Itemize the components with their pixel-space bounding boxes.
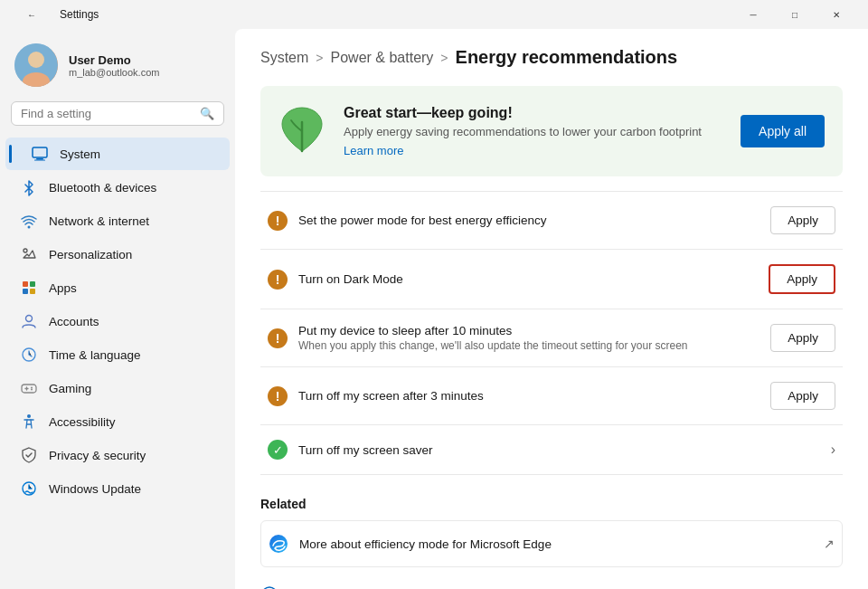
time-icon bbox=[20, 346, 38, 364]
related-item-edge[interactable]: More about efficiency mode for Microsoft… bbox=[260, 520, 843, 567]
search-input[interactable] bbox=[21, 107, 194, 120]
sidebar-item-accessibility[interactable]: Accessibility bbox=[5, 405, 230, 438]
maximize-button[interactable]: □ bbox=[774, 0, 816, 29]
sidebar-label-system: System bbox=[60, 147, 100, 161]
edge-icon bbox=[269, 534, 288, 554]
apply-button-screen[interactable]: Apply bbox=[770, 382, 835, 410]
sidebar-label-privacy: Privacy & security bbox=[49, 449, 146, 462]
sidebar-label-bluetooth: Bluetooth & devices bbox=[49, 181, 156, 195]
rec-title-dark: Turn on Dark Mode bbox=[298, 272, 758, 286]
chevron-right-icon: › bbox=[831, 442, 835, 458]
sidebar-item-gaming[interactable]: Gaming bbox=[5, 372, 230, 404]
rec-title-screen: Turn off my screen after 3 minutes bbox=[298, 389, 760, 403]
sidebar-item-update[interactable]: Windows Update bbox=[5, 472, 230, 505]
warning-icon-power: ! bbox=[268, 211, 288, 231]
user-profile[interactable]: User Demo m_lab@outlook.com bbox=[0, 29, 235, 98]
svg-rect-3 bbox=[33, 147, 47, 157]
personalization-icon bbox=[20, 245, 38, 263]
help-icon bbox=[260, 585, 278, 589]
rec-row-screensaver[interactable]: ✓ Turn off my screen saver › bbox=[260, 425, 843, 475]
hero-text: Great start—keep going! Apply energy sav… bbox=[344, 105, 726, 158]
svg-point-6 bbox=[28, 226, 31, 229]
sidebar-item-network[interactable]: Network & internet bbox=[5, 204, 230, 237]
breadcrumb-power[interactable]: Power & battery bbox=[331, 50, 434, 66]
app-container: User Demo m_lab@outlook.com 🔍 bbox=[0, 29, 868, 589]
back-button[interactable]: ← bbox=[11, 0, 52, 29]
minimize-button[interactable]: ─ bbox=[732, 0, 774, 29]
rec-title-sleep: Put my device to sleep after 10 minutes bbox=[298, 324, 760, 337]
svg-rect-9 bbox=[30, 281, 35, 287]
sidebar-label-update: Windows Update bbox=[49, 482, 141, 496]
svg-rect-14 bbox=[22, 385, 36, 393]
search-box[interactable]: 🔍 bbox=[11, 101, 224, 126]
rec-row-power-mode: ! Set the power mode for best energy eff… bbox=[260, 191, 843, 250]
accessibility-icon bbox=[20, 413, 38, 431]
sidebar-item-time[interactable]: Time & language bbox=[5, 338, 230, 371]
apply-button-power[interactable]: Apply bbox=[770, 206, 835, 234]
breadcrumb: System > Power & battery > Energy recomm… bbox=[260, 47, 843, 68]
breadcrumb-sep-2: > bbox=[440, 51, 448, 65]
sidebar-item-privacy[interactable]: Privacy & security bbox=[5, 439, 230, 471]
breadcrumb-current: Energy recommendations bbox=[456, 47, 678, 68]
rec-subtitle-sleep: When you apply this change, we'll also u… bbox=[298, 339, 760, 352]
sidebar-label-personalization: Personalization bbox=[49, 248, 132, 261]
sidebar-label-network: Network & internet bbox=[49, 214, 149, 228]
related-text-edge: More about efficiency mode for Microsoft… bbox=[299, 537, 813, 551]
accounts-icon bbox=[20, 312, 38, 330]
sidebar-label-apps: Apps bbox=[49, 281, 77, 295]
sidebar-label-gaming: Gaming bbox=[49, 382, 91, 395]
hero-desc: Apply energy saving recommendations to l… bbox=[344, 125, 726, 138]
get-help[interactable]: Get help bbox=[260, 585, 843, 589]
warning-icon-dark: ! bbox=[268, 270, 288, 290]
gaming-icon bbox=[20, 379, 38, 397]
breadcrumb-system[interactable]: System bbox=[260, 50, 308, 66]
apply-all-button[interactable]: Apply all bbox=[741, 115, 825, 147]
svg-point-18 bbox=[31, 389, 33, 391]
window-controls: ─ □ ✕ bbox=[732, 0, 857, 29]
rec-text-power-mode: Set the power mode for best energy effic… bbox=[298, 214, 760, 227]
sidebar-item-system[interactable]: System bbox=[5, 138, 230, 170]
related-section: Related More about efficiency bbox=[260, 497, 843, 567]
rec-row-sleep: ! Put my device to sleep after 10 minute… bbox=[260, 309, 843, 367]
apply-button-sleep[interactable]: Apply bbox=[770, 324, 835, 352]
learn-more-link[interactable]: Learn more bbox=[344, 144, 403, 157]
bluetooth-icon bbox=[20, 178, 38, 196]
sidebar-item-apps[interactable]: Apps bbox=[5, 271, 230, 304]
external-link-icon: ↗ bbox=[824, 537, 835, 551]
rec-title-screensaver: Turn off my screen saver bbox=[298, 443, 820, 457]
avatar bbox=[14, 43, 58, 87]
privacy-icon bbox=[20, 446, 38, 464]
network-icon bbox=[20, 212, 38, 230]
svg-rect-10 bbox=[23, 289, 28, 294]
rec-text-dark-mode: Turn on Dark Mode bbox=[298, 272, 758, 286]
sidebar-item-bluetooth[interactable]: Bluetooth & devices bbox=[5, 171, 230, 204]
warning-icon-screen: ! bbox=[268, 386, 288, 406]
sidebar-item-accounts[interactable]: Accounts bbox=[5, 305, 230, 337]
svg-rect-8 bbox=[23, 281, 28, 287]
search-icon: 🔍 bbox=[200, 107, 214, 120]
update-icon bbox=[20, 480, 38, 498]
rec-row-dark-mode: ! Turn on Dark Mode Apply bbox=[260, 250, 843, 309]
related-title: Related bbox=[260, 497, 843, 511]
apps-icon bbox=[20, 279, 38, 297]
rec-text-screensaver: Turn off my screen saver bbox=[298, 443, 820, 457]
active-indicator bbox=[9, 145, 12, 163]
hero-banner: Great start—keep going! Apply energy sav… bbox=[260, 86, 843, 176]
hero-title: Great start—keep going! bbox=[344, 105, 726, 121]
sidebar-label-accounts: Accounts bbox=[49, 315, 99, 328]
sidebar-label-time: Time & language bbox=[49, 348, 141, 362]
recommendations-list: ! Set the power mode for best energy eff… bbox=[260, 191, 843, 475]
close-button[interactable]: ✕ bbox=[816, 0, 857, 29]
svg-rect-4 bbox=[36, 158, 43, 160]
rec-text-sleep: Put my device to sleep after 10 minutes … bbox=[298, 324, 760, 352]
rec-row-screen-off: ! Turn off my screen after 3 minutes App… bbox=[260, 367, 843, 425]
apply-button-dark[interactable]: Apply bbox=[769, 264, 835, 294]
sidebar: User Demo m_lab@outlook.com 🔍 bbox=[0, 29, 235, 589]
sidebar-label-accessibility: Accessibility bbox=[49, 415, 116, 429]
svg-point-1 bbox=[28, 52, 44, 68]
title-bar-left: ← Settings bbox=[11, 0, 99, 29]
user-info: User Demo m_lab@outlook.com bbox=[69, 53, 159, 78]
system-icon bbox=[31, 145, 49, 163]
nav: System Bluetooth & devices bbox=[0, 137, 235, 506]
sidebar-item-personalization[interactable]: Personalization bbox=[5, 238, 230, 271]
